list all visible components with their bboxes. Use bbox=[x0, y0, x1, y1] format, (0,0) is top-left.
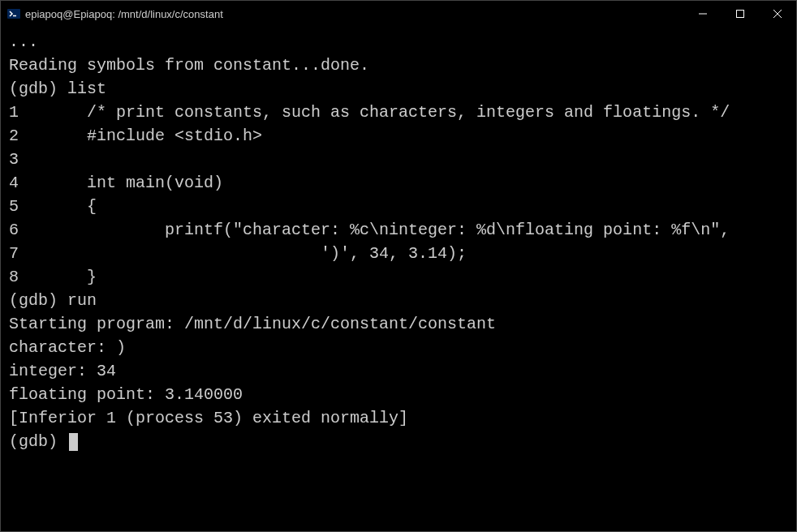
terminal-line: (gdb) list bbox=[9, 79, 106, 98]
terminal-line: 3 bbox=[9, 150, 19, 169]
terminal-line: 8 } bbox=[9, 268, 97, 286]
maximize-button[interactable] bbox=[722, 1, 759, 27]
terminal-line: Reading symbols from constant...done. bbox=[9, 56, 369, 75]
terminal-line: 7 ')', 34, 3.14); bbox=[9, 244, 467, 263]
terminal-line: floating point: 3.140000 bbox=[9, 385, 243, 404]
svg-rect-0 bbox=[7, 9, 20, 19]
terminal-output[interactable]: ... Reading symbols from constant...done… bbox=[1, 27, 796, 457]
terminal-line: [Inferior 1 (process 53) exited normally… bbox=[9, 409, 408, 427]
terminal-line: (gdb) run bbox=[9, 291, 97, 310]
powershell-icon bbox=[7, 7, 20, 20]
terminal-line: ... bbox=[9, 32, 38, 51]
terminal-line: integer: 34 bbox=[9, 362, 116, 380]
terminal-line: 6 printf("character: %c\ninteger: %d\nfl… bbox=[9, 221, 730, 239]
titlebar: epiapoq@Epiapoq: /mnt/d/linux/c/constant bbox=[1, 1, 796, 27]
minimize-button[interactable] bbox=[684, 1, 722, 27]
terminal-line: 2 #include <stdio.h> bbox=[9, 127, 262, 145]
window-controls bbox=[684, 1, 796, 27]
terminal-line: 5 { bbox=[9, 197, 97, 216]
terminal-line: 4 int main(void) bbox=[9, 174, 223, 192]
terminal-line: 1 /* print constants, such as characters… bbox=[9, 103, 730, 122]
svg-rect-3 bbox=[737, 11, 744, 18]
close-button[interactable] bbox=[759, 1, 796, 27]
terminal-cursor bbox=[69, 433, 78, 451]
terminal-line: Starting program: /mnt/d/linux/c/constan… bbox=[9, 315, 496, 333]
terminal-prompt-line: (gdb) bbox=[9, 432, 67, 451]
terminal-line: character: ) bbox=[9, 338, 126, 357]
window-title: epiapoq@Epiapoq: /mnt/d/linux/c/constant bbox=[25, 8, 684, 20]
